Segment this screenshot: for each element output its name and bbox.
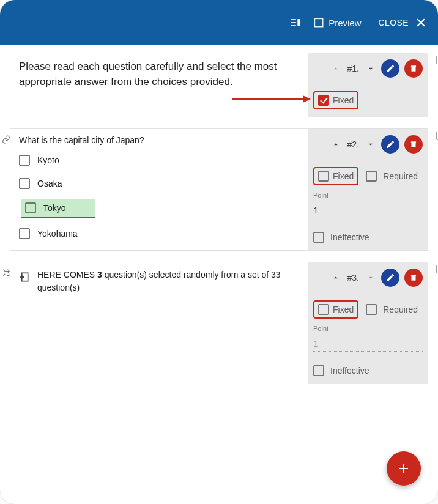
fixed-label: Fixed: [333, 95, 354, 105]
form-options-icon[interactable]: [289, 17, 302, 29]
close-button[interactable]: CLOSE: [379, 17, 427, 29]
choice-item[interactable]: Osaka: [19, 176, 300, 191]
close-label: CLOSE: [379, 18, 409, 28]
instruction-text: Please read each question carefully and …: [19, 59, 300, 89]
svg-rect-10: [411, 141, 416, 143]
required-checkbox[interactable]: [366, 304, 377, 315]
required-checkbox[interactable]: [366, 171, 377, 182]
choice-item[interactable]: Yokohama: [19, 226, 300, 242]
edit-button[interactable]: [381, 135, 399, 154]
question-text: What is the capital city of Japan?: [19, 135, 300, 145]
preview-button[interactable]: Preview: [313, 17, 361, 29]
point-input: [313, 337, 423, 352]
move-down-button[interactable]: [365, 273, 376, 282]
edit-button[interactable]: [381, 269, 399, 287]
svg-rect-9: [412, 143, 416, 147]
point-label: Point: [313, 191, 423, 199]
move-down-button[interactable]: [365, 64, 376, 73]
move-up-button[interactable]: [330, 64, 341, 73]
edit-button[interactable]: [381, 59, 399, 78]
svg-rect-3: [298, 19, 300, 26]
delete-button[interactable]: [404, 59, 423, 78]
link-icon: [2, 135, 10, 146]
ineffective-checkbox[interactable]: [313, 365, 324, 376]
add-button[interactable]: [387, 451, 421, 486]
svg-rect-2: [291, 25, 296, 26]
svg-rect-12: [412, 276, 416, 281]
card-number: #3.: [347, 273, 359, 283]
move-down-button[interactable]: [365, 140, 376, 149]
ineffective-label: Ineffective: [330, 366, 369, 376]
input-icon: [18, 271, 30, 285]
delete-button[interactable]: [404, 269, 423, 287]
svg-rect-1: [291, 22, 296, 23]
move-up-button[interactable]: [330, 273, 341, 282]
card-number: #2.: [347, 139, 359, 149]
ineffective-label: Ineffective: [330, 232, 369, 242]
random-description: HERE COMES 3 question(s) selected random…: [37, 269, 300, 294]
fixed-label: Fixed: [333, 171, 354, 181]
card-instruction: Please read each question carefully and …: [10, 53, 428, 117]
point-label: Point: [313, 325, 423, 332]
preview-label: Preview: [328, 18, 361, 28]
svg-rect-7: [412, 67, 416, 72]
fixed-label: Fixed: [333, 305, 354, 314]
svg-rect-0: [291, 19, 296, 20]
fixed-checkbox[interactable]: [318, 304, 329, 315]
required-label: Required: [383, 305, 418, 314]
svg-rect-8: [411, 65, 416, 67]
card-question: What is the capital city of Japan? Kyoto…: [10, 128, 428, 251]
point-input[interactable]: [313, 204, 423, 218]
delete-button[interactable]: [404, 135, 423, 154]
choice-item[interactable]: Kyoto: [19, 152, 300, 168]
card-number: #1.: [347, 64, 359, 73]
move-up-button[interactable]: [330, 140, 341, 149]
card-random: HERE COMES 3 question(s) selected random…: [10, 262, 428, 384]
choice-item-correct[interactable]: Tokyo: [21, 199, 95, 218]
ineffective-checkbox[interactable]: [313, 232, 324, 243]
required-label: Required: [383, 171, 418, 181]
svg-rect-13: [411, 275, 416, 276]
shuffle-icon: [2, 269, 10, 280]
fixed-checkbox[interactable]: [318, 95, 329, 106]
fixed-checkbox[interactable]: [318, 171, 329, 182]
svg-rect-4: [315, 18, 323, 26]
